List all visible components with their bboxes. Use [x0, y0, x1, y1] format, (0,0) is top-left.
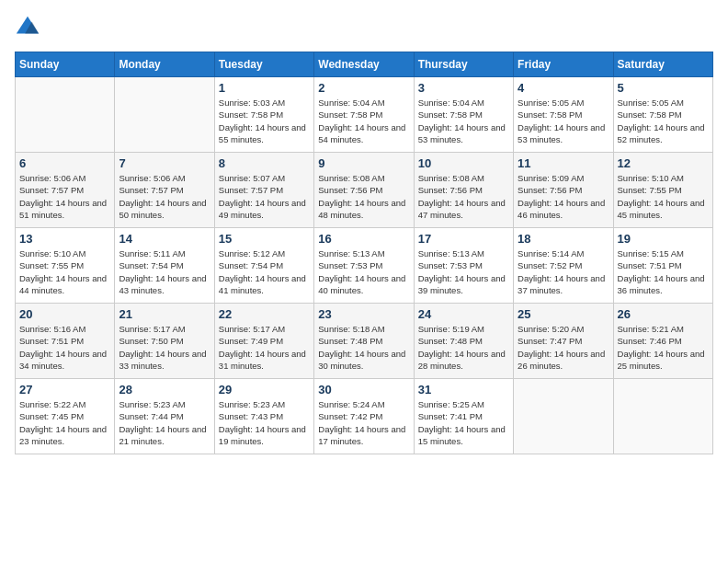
day-info: Sunrise: 5:14 AMSunset: 7:52 PMDaylight:… [518, 247, 609, 296]
page-header [15, 15, 713, 40]
day-number: 24 [418, 307, 509, 321]
weekday-header-monday: Monday [115, 52, 214, 77]
calendar-cell: 26 Sunrise: 5:21 AMSunset: 7:46 PMDaylig… [613, 304, 712, 379]
day-info: Sunrise: 5:25 AMSunset: 7:41 PMDaylight:… [418, 398, 509, 447]
day-number: 3 [418, 81, 509, 95]
day-info: Sunrise: 5:18 AMSunset: 7:48 PMDaylight:… [318, 323, 409, 372]
calendar-cell: 25 Sunrise: 5:20 AMSunset: 7:47 PMDaylig… [514, 304, 613, 379]
calendar-cell: 19 Sunrise: 5:15 AMSunset: 7:51 PMDaylig… [613, 228, 712, 304]
day-number: 27 [19, 383, 110, 396]
calendar-week-row: 1 Sunrise: 5:03 AMSunset: 7:58 PMDayligh… [16, 77, 713, 153]
day-number: 16 [318, 232, 409, 246]
day-info: Sunrise: 5:08 AMSunset: 7:56 PMDaylight:… [418, 172, 509, 221]
calendar-cell: 1 Sunrise: 5:03 AMSunset: 7:58 PMDayligh… [214, 77, 313, 153]
calendar-cell: 28 Sunrise: 5:23 AMSunset: 7:44 PMDaylig… [115, 379, 214, 454]
day-info: Sunrise: 5:13 AMSunset: 7:53 PMDaylight:… [318, 247, 409, 296]
day-number: 11 [518, 156, 609, 170]
day-info: Sunrise: 5:16 AMSunset: 7:51 PMDaylight:… [19, 323, 110, 372]
day-info: Sunrise: 5:08 AMSunset: 7:56 PMDaylight:… [318, 172, 409, 221]
weekday-header-tuesday: Tuesday [214, 52, 313, 77]
day-number: 6 [19, 156, 110, 170]
calendar-cell: 22 Sunrise: 5:17 AMSunset: 7:49 PMDaylig… [214, 304, 313, 379]
calendar-cell: 29 Sunrise: 5:23 AMSunset: 7:43 PMDaylig… [214, 379, 313, 454]
calendar-cell: 27 Sunrise: 5:22 AMSunset: 7:45 PMDaylig… [16, 379, 115, 454]
day-info: Sunrise: 5:05 AMSunset: 7:58 PMDaylight:… [618, 97, 709, 145]
day-info: Sunrise: 5:04 AMSunset: 7:58 PMDaylight:… [318, 97, 409, 145]
logo-icon [15, 15, 40, 40]
logo [15, 15, 44, 40]
day-number: 10 [418, 156, 509, 170]
day-number: 29 [219, 383, 310, 396]
weekday-header-saturday: Saturday [613, 52, 712, 77]
day-number: 13 [19, 232, 110, 246]
calendar-cell: 30 Sunrise: 5:24 AMSunset: 7:42 PMDaylig… [314, 379, 414, 454]
day-info: Sunrise: 5:04 AMSunset: 7:58 PMDaylight:… [418, 97, 509, 145]
day-number: 31 [418, 383, 509, 396]
day-info: Sunrise: 5:21 AMSunset: 7:46 PMDaylight:… [618, 323, 709, 372]
calendar-cell: 24 Sunrise: 5:19 AMSunset: 7:48 PMDaylig… [414, 304, 513, 379]
day-number: 2 [318, 81, 409, 95]
calendar-cell: 31 Sunrise: 5:25 AMSunset: 7:41 PMDaylig… [414, 379, 513, 454]
calendar-cell: 8 Sunrise: 5:07 AMSunset: 7:57 PMDayligh… [214, 153, 313, 228]
calendar-cell [613, 379, 712, 454]
calendar-cell: 21 Sunrise: 5:17 AMSunset: 7:50 PMDaylig… [115, 304, 214, 379]
day-info: Sunrise: 5:13 AMSunset: 7:53 PMDaylight:… [418, 247, 509, 296]
day-number: 20 [19, 307, 110, 321]
day-number: 4 [518, 81, 609, 95]
calendar-week-row: 13 Sunrise: 5:10 AMSunset: 7:55 PMDaylig… [16, 228, 713, 304]
calendar-cell: 15 Sunrise: 5:12 AMSunset: 7:54 PMDaylig… [214, 228, 313, 304]
calendar-table: SundayMondayTuesdayWednesdayThursdayFrid… [15, 52, 713, 454]
day-info: Sunrise: 5:03 AMSunset: 7:58 PMDaylight:… [219, 97, 310, 145]
weekday-header-wednesday: Wednesday [314, 52, 414, 77]
day-number: 9 [318, 156, 409, 170]
day-number: 12 [618, 156, 709, 170]
day-info: Sunrise: 5:05 AMSunset: 7:58 PMDaylight:… [518, 97, 609, 145]
day-number: 7 [119, 156, 210, 170]
weekday-header-sunday: Sunday [16, 52, 115, 77]
calendar-cell: 9 Sunrise: 5:08 AMSunset: 7:56 PMDayligh… [314, 153, 414, 228]
weekday-header-friday: Friday [514, 52, 613, 77]
day-number: 17 [418, 232, 509, 246]
calendar-cell [514, 379, 613, 454]
day-info: Sunrise: 5:15 AMSunset: 7:51 PMDaylight:… [618, 247, 709, 296]
day-info: Sunrise: 5:09 AMSunset: 7:56 PMDaylight:… [518, 172, 609, 221]
calendar-cell [115, 77, 214, 153]
day-info: Sunrise: 5:24 AMSunset: 7:42 PMDaylight:… [318, 398, 409, 447]
day-number: 14 [119, 232, 210, 246]
day-number: 19 [618, 232, 709, 246]
calendar-cell: 12 Sunrise: 5:10 AMSunset: 7:55 PMDaylig… [613, 153, 712, 228]
calendar-week-row: 20 Sunrise: 5:16 AMSunset: 7:51 PMDaylig… [16, 304, 713, 379]
day-info: Sunrise: 5:22 AMSunset: 7:45 PMDaylight:… [19, 398, 110, 447]
day-number: 25 [518, 307, 609, 321]
calendar-cell: 14 Sunrise: 5:11 AMSunset: 7:54 PMDaylig… [115, 228, 214, 304]
calendar-cell: 23 Sunrise: 5:18 AMSunset: 7:48 PMDaylig… [314, 304, 414, 379]
day-number: 18 [518, 232, 609, 246]
calendar-cell: 3 Sunrise: 5:04 AMSunset: 7:58 PMDayligh… [414, 77, 513, 153]
calendar-week-row: 6 Sunrise: 5:06 AMSunset: 7:57 PMDayligh… [16, 153, 713, 228]
day-info: Sunrise: 5:10 AMSunset: 7:55 PMDaylight:… [19, 247, 110, 296]
day-info: Sunrise: 5:06 AMSunset: 7:57 PMDaylight:… [119, 172, 210, 221]
day-number: 28 [119, 383, 210, 396]
calendar-cell: 4 Sunrise: 5:05 AMSunset: 7:58 PMDayligh… [514, 77, 613, 153]
calendar-cell: 13 Sunrise: 5:10 AMSunset: 7:55 PMDaylig… [16, 228, 115, 304]
day-info: Sunrise: 5:11 AMSunset: 7:54 PMDaylight:… [119, 247, 210, 296]
day-info: Sunrise: 5:17 AMSunset: 7:50 PMDaylight:… [119, 323, 210, 372]
day-number: 5 [618, 81, 709, 95]
day-number: 30 [318, 383, 409, 396]
calendar-cell: 20 Sunrise: 5:16 AMSunset: 7:51 PMDaylig… [16, 304, 115, 379]
day-number: 23 [318, 307, 409, 321]
calendar-cell: 5 Sunrise: 5:05 AMSunset: 7:58 PMDayligh… [613, 77, 712, 153]
day-number: 26 [618, 307, 709, 321]
day-info: Sunrise: 5:07 AMSunset: 7:57 PMDaylight:… [219, 172, 310, 221]
calendar-cell [16, 77, 115, 153]
day-info: Sunrise: 5:23 AMSunset: 7:43 PMDaylight:… [219, 398, 310, 447]
day-number: 15 [219, 232, 310, 246]
day-number: 8 [219, 156, 310, 170]
calendar-cell: 16 Sunrise: 5:13 AMSunset: 7:53 PMDaylig… [314, 228, 414, 304]
day-info: Sunrise: 5:17 AMSunset: 7:49 PMDaylight:… [219, 323, 310, 372]
weekday-header-row: SundayMondayTuesdayWednesdayThursdayFrid… [16, 52, 713, 77]
day-info: Sunrise: 5:12 AMSunset: 7:54 PMDaylight:… [219, 247, 310, 296]
calendar-cell: 11 Sunrise: 5:09 AMSunset: 7:56 PMDaylig… [514, 153, 613, 228]
calendar-cell: 6 Sunrise: 5:06 AMSunset: 7:57 PMDayligh… [16, 153, 115, 228]
calendar-week-row: 27 Sunrise: 5:22 AMSunset: 7:45 PMDaylig… [16, 379, 713, 454]
